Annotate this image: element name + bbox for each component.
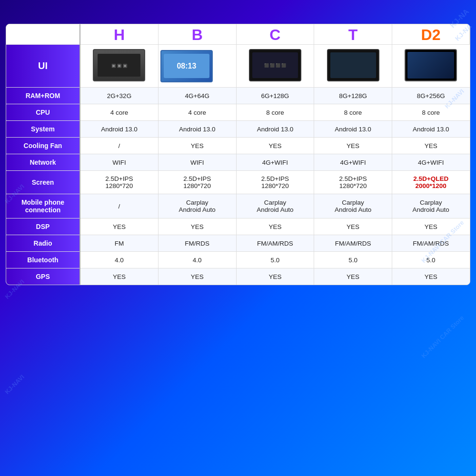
cell-1-4: 8 core	[392, 104, 469, 121]
cell-4-2: 4G+WIFI	[236, 154, 314, 171]
cell-10-4: YES	[392, 268, 469, 285]
ui-label: UI	[6, 45, 80, 88]
cell-8-3: FM/AM/RDS	[314, 235, 392, 252]
cell-7-1: YES	[158, 218, 236, 235]
comparison-table: H B C T D2 UI	[6, 24, 470, 285]
device-c-cell	[236, 45, 314, 88]
data-row-system: SystemAndroid 13.0Android 13.0Android 13…	[6, 121, 470, 138]
row-label-5: Screen	[6, 171, 80, 194]
cell-5-4: 2.5D+QLED2000*1200	[392, 171, 469, 194]
device-h-image	[93, 49, 145, 81]
cell-2-1: Android 13.0	[158, 121, 236, 138]
device-d2-image	[405, 49, 457, 81]
cell-9-1: 4.0	[158, 252, 236, 268]
cell-8-2: FM/AM/RDS	[236, 235, 314, 252]
device-b-image: 08:13	[160, 50, 213, 82]
data-row-cooling-fan: Cooling Fan/YESYESYESYES	[6, 138, 470, 154]
cell-6-2: CarplayAndroid Auto	[236, 194, 314, 218]
row-label-8: Radio	[6, 235, 80, 252]
cell-1-2: 8 core	[236, 104, 314, 121]
cell-4-1: WIFI	[158, 154, 236, 171]
cell-7-2: YES	[236, 218, 314, 235]
cell-0-3: 8G+128G	[314, 88, 392, 104]
row-label-6: Mobile phone connection	[6, 194, 80, 218]
device-t-image	[327, 49, 379, 81]
version-t-header: T	[314, 24, 392, 45]
device-c-image	[249, 49, 301, 81]
device-b-cell: 08:13	[158, 45, 236, 88]
cell-4-3: 4G+WIFI	[314, 154, 392, 171]
cell-4-0: WIFI	[80, 154, 158, 171]
cell-6-3: CarplayAndroid Auto	[314, 194, 392, 218]
device-d2-cell	[392, 45, 469, 88]
cell-0-4: 8G+256G	[392, 88, 469, 104]
cell-5-1: 2.5D+IPS1280*720	[158, 171, 236, 194]
label-header	[6, 24, 80, 45]
version-t-letter: T	[316, 27, 390, 42]
cell-9-4: 5.0	[392, 252, 469, 268]
row-label-1: CPU	[6, 104, 80, 121]
cell-3-2: YES	[236, 138, 314, 154]
version-header-row: H B C T D2	[6, 24, 470, 45]
cell-8-4: FM/AM/RDS	[392, 235, 469, 252]
row-label-0: RAM+ROM	[6, 88, 80, 104]
version-h-letter: H	[82, 27, 156, 42]
data-row-mobile-phone-connection: Mobile phone connection/CarplayAndroid A…	[6, 194, 470, 218]
cell-8-0: FM	[80, 235, 158, 252]
cell-6-4: CarplayAndroid Auto	[392, 194, 469, 218]
data-row-radio: RadioFMFM/RDSFM/AM/RDSFM/AM/RDSFM/AM/RDS	[6, 235, 470, 252]
cell-2-3: Android 13.0	[314, 121, 392, 138]
cell-6-0: /	[80, 194, 158, 218]
cell-10-0: YES	[80, 268, 158, 285]
data-row-network: NetworkWIFIWIFI4G+WIFI4G+WIFI4G+WIFI	[6, 154, 470, 171]
row-label-4: Network	[6, 154, 80, 171]
cell-10-1: YES	[158, 268, 236, 285]
cell-10-2: YES	[236, 268, 314, 285]
cell-6-1: CarplayAndroid Auto	[158, 194, 236, 218]
data-row-cpu: CPU4 core4 core8 core8 core8 core	[6, 104, 470, 121]
cell-10-3: YES	[314, 268, 392, 285]
version-b-header: B	[158, 24, 236, 45]
cell-9-0: 4.0	[80, 252, 158, 268]
cell-5-3: 2.5D+IPS1280*720	[314, 171, 392, 194]
cell-7-4: YES	[392, 218, 469, 235]
row-label-10: GPS	[6, 268, 80, 285]
ui-image-row: UI 08:13	[6, 45, 470, 88]
data-row-ram+rom: RAM+ROM2G+32G4G+64G6G+128G8G+128G8G+256G	[6, 88, 470, 104]
device-h-cell	[80, 45, 158, 88]
cell-4-4: 4G+WIFI	[392, 154, 469, 171]
cell-5-2: 2.5D+IPS1280*720	[236, 171, 314, 194]
device-t-cell	[314, 45, 392, 88]
cell-1-3: 8 core	[314, 104, 392, 121]
version-b-letter: B	[160, 27, 234, 42]
cell-1-1: 4 core	[158, 104, 236, 121]
cell-0-1: 4G+64G	[158, 88, 236, 104]
version-c-header: C	[236, 24, 314, 45]
data-row-gps: GPSYESYESYESYESYES	[6, 268, 470, 285]
cell-9-2: 5.0	[236, 252, 314, 268]
data-row-screen: Screen2.5D+IPS1280*7202.5D+IPS1280*7202.…	[6, 171, 470, 194]
version-d2-letter: D2	[394, 27, 467, 42]
cell-0-0: 2G+32G	[80, 88, 158, 104]
cell-2-4: Android 13.0	[392, 121, 469, 138]
row-label-2: System	[6, 121, 80, 138]
cell-8-1: FM/RDS	[158, 235, 236, 252]
row-label-3: Cooling Fan	[6, 138, 80, 154]
version-c-letter: C	[238, 27, 312, 42]
cell-5-0: 2.5D+IPS1280*720	[80, 171, 158, 194]
row-label-9: Bluetooth	[6, 252, 80, 268]
data-row-dsp: DSPYESYESYESYESYES	[6, 218, 470, 235]
version-h-header: H	[80, 24, 158, 45]
cell-2-0: Android 13.0	[80, 121, 158, 138]
row-label-7: DSP	[6, 218, 80, 235]
cell-0-2: 6G+128G	[236, 88, 314, 104]
cell-7-3: YES	[314, 218, 392, 235]
cell-1-0: 4 core	[80, 104, 158, 121]
data-row-bluetooth: Bluetooth4.04.05.05.05.0	[6, 252, 470, 268]
cell-7-0: YES	[80, 218, 158, 235]
cell-3-4: YES	[392, 138, 469, 154]
page-title	[0, 0, 476, 17]
version-d2-header: D2	[392, 24, 469, 45]
cell-9-3: 5.0	[314, 252, 392, 268]
cell-3-0: /	[80, 138, 158, 154]
